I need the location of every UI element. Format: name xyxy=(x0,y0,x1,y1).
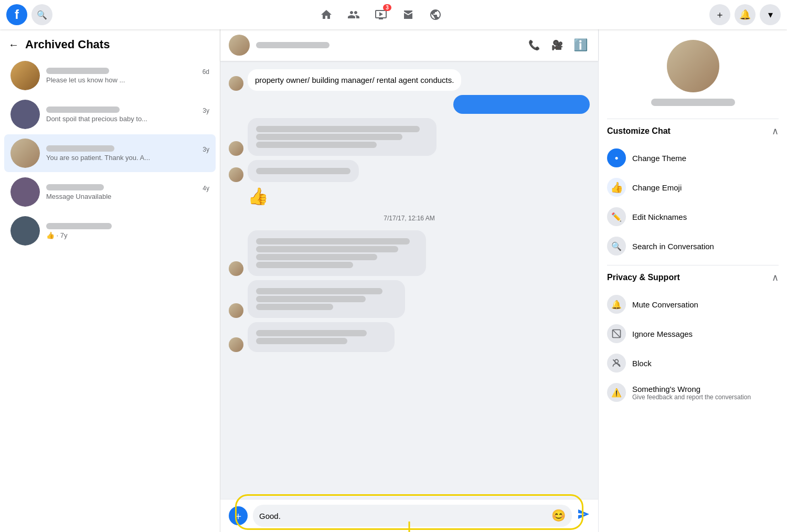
search-icon: 🔍 xyxy=(607,237,626,256)
video-call-button[interactable]: 🎥 xyxy=(548,36,567,55)
chat-actions: 📞 🎥 ℹ️ xyxy=(525,36,590,55)
topnav-right: ＋ 🔔 ▾ xyxy=(709,4,781,25)
chat-name-bar xyxy=(46,223,112,229)
message-row xyxy=(229,160,590,182)
notifications-button[interactable]: 🔔 xyxy=(735,4,756,25)
facebook-logo[interactable]: f xyxy=(6,4,27,25)
block-item[interactable]: Block xyxy=(607,348,779,378)
nav-marketplace[interactable] xyxy=(396,2,421,27)
something-wrong-label: Something's Wrong xyxy=(632,385,751,393)
list-item[interactable]: 3y You are so patient. Thank you. A... xyxy=(4,134,216,172)
message-input[interactable] xyxy=(259,512,547,520)
sidebar-title: Archived Chats xyxy=(25,38,110,51)
list-item[interactable]: 6d Please let us know how ... xyxy=(4,57,216,94)
bell-icon: 🔔 xyxy=(607,295,626,314)
search-button[interactable]: 🔍 xyxy=(31,4,52,25)
send-button[interactable] xyxy=(577,508,590,524)
messages-area: property owner/ building manager/ rental… xyxy=(220,61,598,499)
chat-name-bar xyxy=(46,184,104,190)
edit-nicknames-item[interactable]: ✏️ Edit Nicknames xyxy=(607,202,779,231)
nav-friends[interactable] xyxy=(341,2,366,27)
contact-avatar-large xyxy=(667,40,719,92)
main-area: ← Archived Chats 6d Please let us know h… xyxy=(0,29,787,532)
ignore-messages-label: Ignore Messages xyxy=(632,329,693,338)
top-navigation: f 🔍 3 ＋ 🔔 ▾ xyxy=(0,0,787,29)
chat-preview: Message Unavailable xyxy=(46,193,209,200)
chat-name-bar xyxy=(46,68,109,74)
change-theme-item[interactable]: ● Change Theme xyxy=(607,143,779,173)
nav-home[interactable] xyxy=(314,2,339,27)
add-button[interactable]: ＋ xyxy=(709,4,730,25)
list-item[interactable]: 3y Dont spoil that precious baby to... xyxy=(4,95,216,133)
avatar xyxy=(229,303,243,318)
message-row xyxy=(229,95,590,114)
avatar xyxy=(229,261,243,276)
nav-groups[interactable] xyxy=(423,2,448,27)
contact-name xyxy=(256,42,329,48)
avatar xyxy=(229,141,243,156)
chat-time: 4y xyxy=(203,185,209,192)
chat-time: 6d xyxy=(203,68,209,76)
watch-badge: 3 xyxy=(383,4,391,11)
avatar xyxy=(229,337,243,352)
nav-watch[interactable]: 3 xyxy=(368,2,393,27)
message-bubble xyxy=(453,95,590,114)
avatar xyxy=(10,61,40,90)
right-panel: Customize Chat ∧ ● Change Theme 👍 Change… xyxy=(598,29,787,532)
contact-avatar xyxy=(229,35,250,56)
chat-time: 3y xyxy=(203,146,209,153)
message-row xyxy=(229,230,590,276)
topnav-left: f 🔍 xyxy=(6,4,52,25)
chat-name-bar xyxy=(46,145,114,152)
privacy-support-section: Privacy & Support ∧ 🔔 Mute Conversation … xyxy=(599,261,787,407)
emoji-button[interactable]: 😊 xyxy=(551,509,566,523)
chat-header: 📞 🎥 ℹ️ xyxy=(220,29,598,61)
back-button[interactable]: ← xyxy=(8,39,19,51)
chat-preview: You are so patient. Thank you. A... xyxy=(46,154,209,162)
contact-name-large xyxy=(651,99,735,106)
change-theme-label: Change Theme xyxy=(632,154,686,163)
something-wrong-sublabel: Give feedback and report the conversatio… xyxy=(632,393,751,401)
sidebar: ← Archived Chats 6d Please let us know h… xyxy=(0,29,220,532)
account-button[interactable]: ▾ xyxy=(760,4,781,25)
info-button[interactable]: ℹ️ xyxy=(571,36,590,55)
message-bubble: property owner/ building manager/ rental… xyxy=(248,69,461,91)
search-in-conversation-label: Search in Conversation xyxy=(632,242,714,251)
edit-nicknames-label: Edit Nicknames xyxy=(632,212,687,221)
phone-call-button[interactable]: 📞 xyxy=(525,36,544,55)
add-attachment-button[interactable]: ＋ xyxy=(229,506,248,525)
pencil-icon: ✏️ xyxy=(607,207,626,226)
chat-preview: Please let us know how ... xyxy=(46,76,209,84)
svg-line-3 xyxy=(613,330,621,338)
list-item[interactable]: 4y Message Unavailable xyxy=(4,173,216,211)
chat-area: 📞 🎥 ℹ️ property owner/ building manager/… xyxy=(220,29,598,532)
like-emoji: 👍 xyxy=(248,186,269,206)
ignore-messages-item[interactable]: Ignore Messages xyxy=(607,319,779,348)
message-bubble xyxy=(248,118,437,156)
chevron-up-icon[interactable]: ∧ xyxy=(772,125,779,137)
avatar xyxy=(10,139,40,168)
search-in-conversation-item[interactable]: 🔍 Search in Conversation xyxy=(607,231,779,261)
change-emoji-item[interactable]: 👍 Change Emoji xyxy=(607,173,779,202)
change-emoji-label: Change Emoji xyxy=(632,183,682,192)
message-bubble xyxy=(248,230,426,276)
chat-time: 3y xyxy=(203,107,209,114)
chevron-up-icon[interactable]: ∧ xyxy=(772,272,779,283)
mute-conversation-label: Mute Conversation xyxy=(632,300,698,309)
list-item[interactable]: 👍 · 7y xyxy=(4,212,216,250)
timestamp: 7/17/17, 12:16 AM xyxy=(229,215,590,222)
theme-icon: ● xyxy=(607,148,626,167)
something-wrong-item[interactable]: ⚠️ Something's Wrong Give feedback and r… xyxy=(607,378,779,407)
message-input-wrapper: 😊 xyxy=(253,505,572,527)
avatar xyxy=(229,167,243,182)
message-bubble xyxy=(248,322,395,352)
mute-conversation-item[interactable]: 🔔 Mute Conversation xyxy=(607,290,779,319)
message-bubble xyxy=(248,160,359,182)
sidebar-header: ← Archived Chats xyxy=(0,29,220,56)
ignore-icon xyxy=(607,324,626,343)
chat-input-area: ＋ 😊 xyxy=(220,499,598,532)
customize-chat-header[interactable]: Customize Chat ∧ xyxy=(607,119,779,143)
block-label: Block xyxy=(632,359,652,368)
chat-list: 6d Please let us know how ... 3y Dont sp… xyxy=(0,56,220,532)
privacy-support-header[interactable]: Privacy & Support ∧ xyxy=(607,265,779,290)
